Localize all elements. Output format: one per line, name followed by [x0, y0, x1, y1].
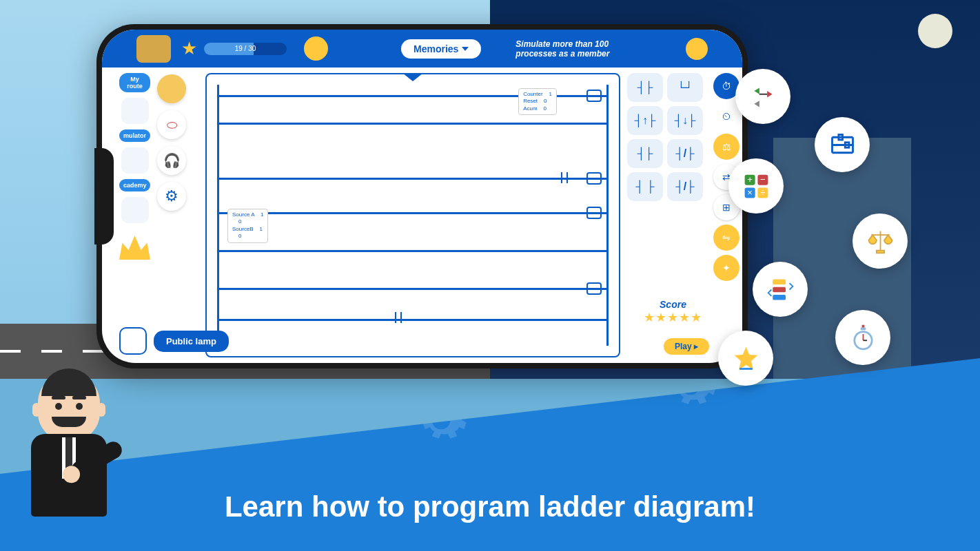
pal-contact-nc[interactable]: ┤/├ [667, 139, 703, 168]
svg-text:−: − [760, 174, 766, 184]
contact-2[interactable] [558, 172, 571, 183]
promo-banner: Learn how to program ladder diagram! [0, 358, 980, 551]
headline-text: Learn how to program ladder diagram! [0, 490, 980, 523]
tab-academy[interactable]: cademy [119, 179, 150, 191]
cat-counters[interactable]: ⏲ [713, 103, 739, 129]
cat-move[interactable]: ⇋ [713, 225, 739, 251]
lamp-icon[interactable] [119, 327, 147, 355]
canvas-pull-tab[interactable] [402, 73, 423, 81]
output-coil-3[interactable] [586, 207, 602, 219]
cat-more[interactable]: ✦ [713, 255, 739, 281]
simulator-icon[interactable] [121, 147, 149, 174]
svg-rect-15 [773, 287, 786, 292]
level-badge[interactable] [136, 35, 171, 63]
ladder-canvas[interactable]: Counter 1 Reset 0 Acum 0 Source A 1 0 So… [205, 73, 620, 357]
float-star-icon [718, 331, 773, 386]
category-column: ⏱ ⏲ ⚖ ⇄ ⊞ ⇋ ✦ [713, 67, 742, 363]
float-led-icon [735, 69, 790, 124]
float-scale-icon [853, 214, 908, 269]
svg-text:+: + [747, 174, 753, 184]
float-circuit-icon [815, 117, 870, 172]
float-math-icon: +−×÷ [728, 158, 784, 214]
settings-tool[interactable]: ⚙ [157, 182, 186, 211]
pal-branch[interactable]: └┘ [667, 73, 703, 102]
svg-rect-13 [876, 250, 884, 253]
counter-block[interactable]: Counter 1 Reset 0 Acum 0 [518, 88, 557, 115]
hint-icon[interactable] [686, 38, 708, 60]
svg-rect-14 [773, 279, 786, 284]
tab-my-route[interactable]: My route [119, 73, 150, 92]
pal-contact-3[interactable]: ┤ ├ [627, 172, 663, 201]
footer-bar: Public lamp [119, 327, 229, 355]
cat-compare[interactable]: ⚖ [713, 134, 739, 160]
moon-icon [918, 14, 952, 48]
svg-text:÷: ÷ [760, 187, 765, 197]
compare-block[interactable]: Source A 1 0 SourceB 1 0 [227, 209, 268, 243]
score-label: Score [644, 299, 702, 310]
rung-4b[interactable] [217, 319, 609, 321]
pal-rise[interactable]: ┤↑├ [627, 106, 663, 135]
rung-3b[interactable] [217, 250, 609, 252]
xp-progress[interactable]: 19 / 30 [204, 43, 287, 55]
memories-label: Memories [414, 43, 458, 54]
star-icon: ★ [181, 38, 197, 59]
svg-rect-16 [773, 295, 786, 300]
float-timer-icon [835, 310, 890, 365]
tab-simulator[interactable]: mulator [119, 129, 150, 142]
rung-1b[interactable] [217, 123, 609, 125]
output-coil-2[interactable] [586, 172, 602, 185]
phone-notch [94, 148, 114, 245]
pal-contact-2[interactable]: ┤├ [627, 139, 663, 168]
trophy-icon[interactable] [304, 37, 328, 61]
score-display: Score ★★★★★ [644, 299, 702, 325]
route-icon[interactable] [121, 98, 149, 124]
contact-4[interactable] [392, 312, 405, 323]
eraser-tool[interactable]: ⬭ [157, 110, 186, 139]
xp-text: 19 / 30 [204, 43, 287, 55]
gear-icon [414, 393, 469, 448]
svg-text:×: × [747, 187, 753, 197]
output-coil-4[interactable] [586, 282, 602, 295]
app-topbar: ★ 19 / 30 Memories Simulate more than 10… [102, 30, 742, 67]
float-move-icon [753, 262, 808, 317]
pal-contact-no[interactable]: ┤├ [627, 73, 663, 102]
phone-frame: ★ 19 / 30 Memories Simulate more than 10… [96, 24, 748, 368]
tool-column: ⬭ 🎧 ⚙ [154, 67, 202, 363]
output-coil-1[interactable] [586, 90, 602, 102]
lamp-label[interactable]: Public lamp [154, 331, 229, 352]
rung-4[interactable] [217, 288, 609, 290]
promo-message[interactable]: Simulate more than 100 processes as a me… [488, 39, 679, 59]
crown-icon[interactable] [119, 236, 150, 260]
play-button[interactable]: Play ▸ [664, 338, 709, 355]
svg-rect-22 [861, 324, 864, 327]
pal-contact-nc2[interactable]: ┤/├ [667, 172, 703, 201]
svg-rect-21 [860, 327, 866, 330]
character-tesla [14, 358, 124, 551]
folder-tool[interactable] [157, 74, 186, 103]
academy-icon[interactable] [121, 197, 149, 223]
score-stars: ★★★★★ [644, 310, 702, 325]
memories-button[interactable]: Memories [401, 39, 481, 59]
pal-fall[interactable]: ┤↓├ [667, 106, 703, 135]
rung-3[interactable] [217, 212, 609, 214]
headphones-tool[interactable]: 🎧 [157, 146, 186, 175]
rung-2[interactable] [217, 178, 609, 180]
